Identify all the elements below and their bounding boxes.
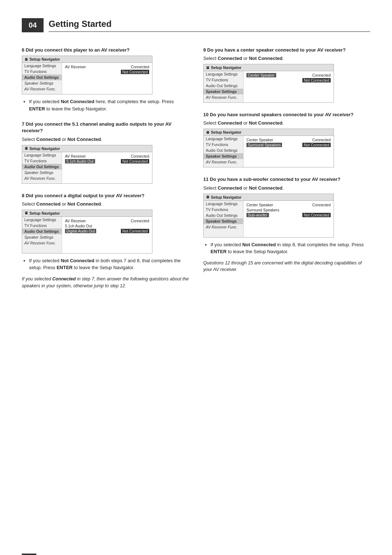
nav-item-speaker-q11: Speaker Settings [204, 218, 243, 224]
setup-nav-q10-body: Language Settings TV Functions Audio Out… [204, 136, 334, 167]
nav-row-51-q8: 5.1ch Audio Out [65, 223, 149, 228]
page: 04 Getting Started 6 Did you connect thi… [0, 18, 392, 555]
nav-row-notconn-q6: Not Connected [65, 69, 149, 74]
nav-row-av-q7: AV Receiver Connected [65, 154, 149, 159]
nav-icon-q9: 🖥 [206, 66, 209, 70]
nav-item-lang-q6: Language Settings [22, 63, 62, 69]
nav-row-center-q10: Center Speaker Connected [246, 137, 331, 142]
nav-menu-q6: Language Settings TV Functions Audio Out… [22, 63, 62, 94]
nav-item-tv-q9: TV Functions [204, 77, 243, 83]
nav-item-lang-q8: Language Settings [22, 217, 62, 223]
left-column: 6 Did you connect this player to an AV r… [22, 47, 189, 298]
nav-menu-q9: Language Settings TV Functions Audio Out… [204, 71, 244, 102]
setup-nav-q7: 🖥 Setup Navigator Language Settings TV F… [22, 145, 152, 184]
nav-item-av-q11: AV Receiver Func. [204, 224, 243, 230]
nav-item-lang-q9: Language Settings [204, 71, 243, 77]
nav-content-q6: AV Receiver Connected Not Connected [62, 63, 152, 94]
nav-content-q10: Center Speaker Connected Surround Speake… [244, 136, 334, 167]
q10-title: 10 Do you have surround speakers connect… [203, 112, 370, 118]
nav-menu-q11: Language Settings TV Functions Audio Out… [204, 201, 244, 237]
q8-title: 8 Did you connect a digital output to yo… [22, 193, 189, 199]
nav-empty-q9 [246, 83, 331, 101]
nav-item-tv-q11: TV Functions [204, 207, 243, 212]
q7-select: Select Connected or Not Connected. [22, 137, 189, 142]
nav-menu-q7: Language Settings TV Functions Audio Out… [22, 152, 62, 183]
nav-item-av-q9: AV Receiver Func. [204, 94, 243, 100]
nav-content-q9: Center Speaker Connected Not Connected [244, 71, 334, 102]
nav-item-lang-q11: Language Settings [204, 201, 243, 207]
nav-row-surround-q11: Surround Speakers [246, 207, 331, 212]
nav-row-surround-q10: Surround Speakers Not Connected [246, 142, 331, 147]
q6-bullets: If you selected Not Connected here, that… [29, 98, 189, 112]
q11-italic-note: Questions 12 through 15 are concerned wi… [203, 260, 370, 274]
setup-nav-q11-title: 🖥 Setup Navigator [204, 194, 334, 201]
nav-item-speaker-q6: Speaker Settings [22, 80, 62, 86]
nav-row-center-q9: Center Speaker Connected [246, 73, 331, 78]
nav-empty-q8 [65, 234, 149, 252]
q11-title: 11 Do you have a sub-woofer connected to… [203, 176, 370, 183]
nav-icon-q10: 🖥 [206, 130, 209, 134]
nav-item-audio-q9: Audio Out Settings [204, 83, 243, 89]
nav-item-av-q10: AV Receiver Func. [204, 159, 243, 165]
chapter-number: 04 [22, 18, 44, 32]
q10-select: Select Connected or Not Connected. [203, 120, 370, 126]
nav-menu-q8: Language Settings TV Functions Audio Out… [22, 217, 62, 253]
nav-item-audio-q7: Audio Out Settings [22, 164, 62, 170]
setup-nav-q8-title: 🖥 Setup Navigator [22, 210, 152, 217]
q6-bullet-1: If you selected Not Connected here, that… [29, 98, 189, 112]
nav-item-speaker-q7: Speaker Settings [22, 170, 62, 175]
nav-item-audio-q11: Audio Out Settings [204, 212, 243, 218]
q9-title: 9 Do you have a center speaker connected… [203, 47, 370, 53]
setup-nav-q9-title: 🖥 Setup Navigator [204, 64, 334, 71]
question-10: 10 Do you have surround speakers connect… [203, 112, 370, 167]
q8-select: Select Connected or Not Connected. [22, 201, 189, 207]
nav-row-center-q11: Center Speaker Connected [246, 202, 331, 207]
nav-row-digital-q8: Digital Audio Out Not Connected [65, 228, 149, 234]
content-columns: 6 Did you connect this player to an AV r… [22, 47, 370, 298]
question-6: 6 Did you connect this player to an AV r… [22, 47, 189, 112]
question-7: 7 Did you connect the 5.1 channel analog… [22, 121, 189, 183]
setup-nav-q6-body: Language Settings TV Functions Audio Out… [22, 63, 152, 94]
nav-content-q11: Center Speaker Connected Surround Speake… [244, 201, 334, 237]
nav-empty-q6 [65, 74, 149, 93]
nav-item-tv-q6: TV Functions [22, 69, 62, 74]
q8-italic-note: If you selected Connected in step 7, the… [22, 276, 189, 289]
setup-nav-q8: 🖥 Setup Navigator Language Settings TV F… [22, 210, 152, 254]
setup-nav-q11: 🖥 Setup Navigator Language Settings TV F… [203, 194, 334, 238]
question-9: 9 Do you have a center speaker connected… [203, 47, 370, 103]
nav-icon-q11: 🖥 [206, 195, 209, 199]
nav-row-sub-q11: Sub-woofer Not Connected [246, 212, 331, 218]
chapter-header: 04 Getting Started [22, 18, 370, 32]
q7-title: 7 Did you connect the 5.1 channel analog… [22, 121, 189, 134]
nav-item-speaker-q9: Speaker Settings [204, 89, 243, 94]
nav-item-audio-q8: Audio Out Settings [22, 228, 62, 234]
nav-row-notconn-q9: Not Connected [246, 78, 331, 83]
setup-nav-q9: 🖥 Setup Navigator Language Settings TV F… [203, 64, 334, 103]
nav-item-tv-q10: TV Functions [204, 142, 243, 147]
nav-icon-q8: 🖥 [24, 211, 28, 215]
setup-nav-q10: 🖥 Setup Navigator Language Settings TV F… [203, 129, 334, 167]
setup-nav-q8-body: Language Settings TV Functions Audio Out… [22, 217, 152, 253]
q11-bullet-1: If you selected Not Connected in step 8,… [211, 241, 370, 255]
q11-select: Select Connected or Not Connected. [203, 185, 370, 191]
nav-item-av-q8: AV Receiver Func. [22, 240, 62, 246]
nav-item-audio-q6: Audio Out Settings [22, 74, 62, 80]
setup-nav-q7-body: Language Settings TV Functions Audio Out… [22, 152, 152, 183]
setup-nav-q6-title: 🖥 Setup Navigator [22, 56, 152, 63]
question-11: 11 Do you have a sub-woofer connected to… [203, 176, 370, 273]
nav-content-q8: AV Receiver Connected 5.1ch Audio Out Di… [62, 217, 152, 253]
nav-empty-q11 [246, 218, 331, 236]
page-footer: 32 En [22, 554, 44, 555]
q8-bullets: If you selected Not Connected in both st… [29, 257, 189, 271]
setup-nav-q6: 🖥 Setup Navigator Language Settings TV F… [22, 56, 152, 94]
q11-bullets: If you selected Not Connected in step 8,… [211, 241, 370, 255]
nav-empty-q7 [65, 164, 149, 182]
nav-icon-q7: 🖥 [24, 146, 28, 150]
q8-bullet-1: If you selected Not Connected in both st… [29, 257, 189, 271]
nav-item-av-q6: AV Receiver Func. [22, 86, 62, 92]
nav-item-speaker-q10: Speaker Settings [204, 153, 243, 159]
nav-item-lang-q7: Language Settings [22, 152, 62, 158]
setup-nav-q10-title: 🖥 Setup Navigator [204, 129, 334, 136]
nav-item-audio-q10: Audio Out Settings [204, 147, 243, 153]
setup-nav-q11-body: Language Settings TV Functions Audio Out… [204, 201, 334, 237]
